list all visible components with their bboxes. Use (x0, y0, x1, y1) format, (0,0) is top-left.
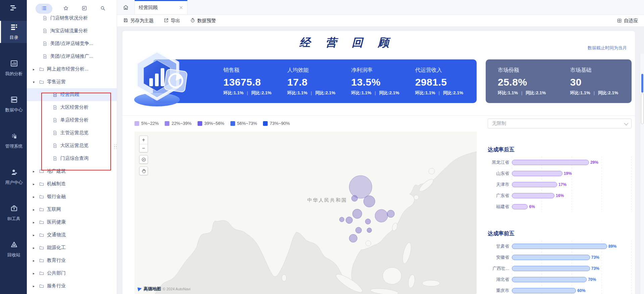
list-icon (41, 5, 47, 12)
sidebar: 门店销售状况分析淘宝店铺流量分析美团/点评店铺竞争...美团/点评店铺推广...… (27, 0, 117, 294)
chart-bar-row: 福建省6% (488, 201, 632, 212)
tab-close-icon[interactable]: ✕ (179, 5, 183, 11)
caret-right-icon[interactable]: ▸ (33, 259, 37, 262)
map-data-bubble[interactable] (353, 209, 362, 218)
chart-bar[interactable] (512, 266, 590, 271)
caret-right-icon[interactable]: ▸ (33, 195, 37, 199)
rail-item-label: 我的分析 (5, 71, 23, 77)
map-data-bubble[interactable] (367, 228, 372, 233)
scrollbar-thumb-blue[interactable] (641, 74, 643, 93)
fit-screen-button[interactable]: 自适应 (617, 18, 638, 24)
tree-item[interactable]: ▸地产建筑 (27, 165, 117, 178)
rail-item-catalog[interactable]: 目录 (0, 21, 27, 43)
rail-item-analysis[interactable]: 我的分析 (0, 57, 27, 79)
caret-right-icon[interactable]: ▸ (33, 67, 37, 71)
panel-resize-handle[interactable]: ∷∷ (114, 144, 117, 149)
kpi-label: 净利润率 (351, 67, 399, 74)
map-data-bubble[interactable] (346, 217, 353, 224)
tree-item[interactable]: ▸能源化工 (27, 241, 117, 254)
rail-item-label: BI工具 (7, 216, 20, 222)
rail-item-admin[interactable]: 管理系统 (0, 130, 27, 152)
chart-bar[interactable] (512, 288, 576, 293)
kpi-value: 2981.5 (415, 77, 463, 88)
tree-item[interactable]: ▸医药健康 (27, 216, 117, 229)
rail-item-data-center[interactable]: 数据中心 (0, 93, 27, 115)
map-data-bubble[interactable] (352, 195, 358, 201)
caret-right-icon[interactable]: ▸ (33, 272, 37, 275)
map-data-bubble[interactable] (349, 234, 357, 242)
rail-item-recycle[interactable]: 回收站 (0, 238, 27, 260)
tree-item[interactable]: ▾零售运营 (27, 76, 117, 88)
chart-bar[interactable] (512, 171, 562, 176)
region-filter-select[interactable]: 无限制 (488, 118, 632, 129)
map-data-bubble[interactable] (375, 209, 388, 222)
caret-right-icon[interactable]: ▸ (33, 246, 37, 250)
chart-bar[interactable] (512, 182, 557, 187)
save-theme-button[interactable]: 另存为主题 (123, 18, 154, 24)
caret-right-icon[interactable]: ▸ (33, 182, 37, 186)
scrollbar-thumb-gray[interactable] (641, 93, 644, 124)
tree-item[interactable]: ▸机械制造 (27, 178, 117, 190)
chart-value-label: 29% (590, 160, 598, 165)
zoom-in-button[interactable]: + (140, 136, 148, 144)
tree-item[interactable]: 大区运营总览 (27, 139, 117, 152)
tree-item[interactable]: ▸网上超市经营分析... (27, 63, 117, 76)
map-data-bubble[interactable] (364, 196, 375, 207)
map-data-bubble[interactable] (339, 217, 344, 222)
app-logo-icon[interactable] (0, 0, 27, 16)
tab-business-review[interactable]: 经营回顾 ✕ (135, 0, 187, 14)
chart-bar[interactable] (512, 193, 554, 198)
map-data-bubble[interactable] (365, 219, 371, 224)
tree-item[interactable]: 单店经营分析 (27, 114, 117, 127)
kpi-label: 代运营收入 (415, 67, 463, 74)
kpi-secondary-card: 市场份额25.8%环比:1.1%|同比:2.1%市场基础30环比:1.1%|同比… (486, 59, 632, 103)
tree-item[interactable]: 美团/点评店铺竞争... (27, 37, 117, 50)
zoom-out-button[interactable]: − (140, 144, 148, 152)
pan-control-button[interactable] (139, 166, 148, 175)
chart-bar[interactable] (512, 204, 528, 209)
tree-item[interactable]: 淘宝店铺流量分析 (27, 24, 117, 37)
locate-control-button[interactable] (139, 155, 148, 164)
rail-item-user-center[interactable]: 用户中心 (0, 166, 27, 188)
chart-bar[interactable] (512, 160, 589, 165)
tree-item[interactable]: 大区经营分析 (27, 101, 117, 114)
rail-item-bi-tools[interactable]: BI工具 (0, 202, 27, 224)
map-data-bubble[interactable] (349, 176, 372, 198)
caret-right-icon[interactable]: ▸ (33, 169, 37, 173)
folder-icon (39, 232, 44, 238)
folder-icon (39, 181, 44, 187)
map-data-bubble[interactable] (356, 227, 362, 233)
toolbar-action-label: 数据预警 (197, 18, 216, 24)
chart-bar[interactable] (512, 277, 587, 282)
caret-right-icon[interactable]: ▸ (33, 208, 37, 211)
caret-right-icon[interactable]: ▸ (33, 220, 37, 224)
tree-item[interactable]: ▸交通物流 (27, 229, 117, 241)
caret-right-icon[interactable]: ▸ (33, 233, 37, 237)
tree-item[interactable]: 美团/点评店铺推广... (27, 50, 117, 63)
kpi-delta: 环比:1.1%|同比:2.1% (570, 90, 618, 96)
vertical-scrollbar[interactable] (640, 54, 644, 294)
tree-item[interactable]: 经营回顾 (27, 88, 117, 101)
map-data-bubble[interactable] (387, 210, 394, 217)
tree-item[interactable]: 门店销售状况分析 (27, 12, 117, 24)
caret-right-icon[interactable]: ▸ (33, 284, 37, 288)
region-filter-value: 无限制 (492, 120, 624, 127)
export-button[interactable]: 导出 (164, 18, 180, 24)
tree-item[interactable]: 主管运营总览 (27, 127, 117, 139)
home-button[interactable] (117, 0, 135, 14)
tree-item[interactable]: ▸教育行业 (27, 254, 117, 267)
chart-bar[interactable] (512, 255, 590, 260)
tree-item[interactable]: ▸服务行业 (27, 280, 117, 292)
chart-track: 16% (512, 190, 632, 201)
legend-label: 39%~56% (204, 121, 224, 126)
chart-bar[interactable] (512, 244, 607, 249)
caret-down-icon[interactable]: ▾ (33, 80, 37, 84)
tree-item[interactable]: ▸公共部门 (27, 267, 117, 280)
data-alert-button[interactable]: 数据预警 (190, 18, 216, 24)
tree-item[interactable]: 门店综合查询 (27, 152, 117, 165)
china-map[interactable]: 中华人民共和国 + − (135, 132, 477, 294)
tree-item[interactable]: ▸互联网 (27, 203, 117, 216)
rail-item-label: 用户中心 (5, 180, 23, 186)
tree-item[interactable]: ▸银行金融 (27, 190, 117, 203)
folder-icon (39, 245, 44, 250)
